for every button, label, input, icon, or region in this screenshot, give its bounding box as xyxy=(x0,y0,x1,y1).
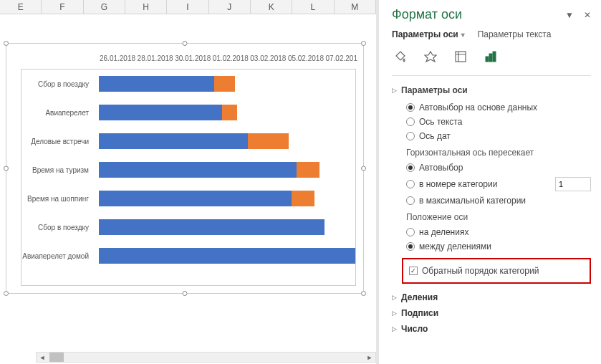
radio-axis-date[interactable]: Ось дат xyxy=(406,129,591,143)
horizontal-scrollbar[interactable]: ◄ ► xyxy=(36,352,376,363)
col-header[interactable]: G xyxy=(84,0,125,14)
chart-x-axis[interactable]: 26.01.2018 28.01.2018 30.01.2018 01.02.2… xyxy=(100,54,363,62)
pane-options-icon[interactable]: ▼ xyxy=(565,10,574,20)
category-label: Время на туризм xyxy=(21,166,93,174)
category-label: Время на шоппинг xyxy=(21,195,93,203)
chart-object[interactable]: 26.01.2018 28.01.2018 30.01.2018 01.02.2… xyxy=(6,43,364,294)
x-tick-label: 03.02.2018 xyxy=(250,54,288,62)
chart-bar-row: Авиаперелет домой xyxy=(21,241,355,270)
x-tick-label: 26.01.2018 xyxy=(100,54,138,62)
tab-axis-options[interactable]: Параметры оси▼ xyxy=(392,29,466,39)
category-label: Деловые встречи xyxy=(21,138,93,145)
chart-bar-row: Время на шоппинг xyxy=(21,184,355,213)
svg-rect-2 xyxy=(486,57,489,62)
resize-handle[interactable] xyxy=(183,291,188,296)
chart-bar-row: Время на туризм xyxy=(21,155,355,184)
scroll-thumb[interactable] xyxy=(49,353,64,362)
category-label: Авиаперелет xyxy=(21,109,93,117)
tab-text-options[interactable]: Параметры текста xyxy=(478,29,552,39)
size-icon[interactable] xyxy=(452,48,469,65)
x-tick-label: 01.02.2018 xyxy=(213,54,251,62)
col-header[interactable]: I xyxy=(167,0,208,14)
fill-icon[interactable] xyxy=(392,48,409,65)
radio-pos-between[interactable]: между делениями xyxy=(406,239,591,254)
section-label: Параметры оси xyxy=(401,85,468,95)
col-header[interactable]: M xyxy=(335,0,376,14)
checkbox-reverse-order[interactable]: ✓ Обратный порядок категорий xyxy=(409,264,584,278)
section-ticks[interactable]: ▷Деления xyxy=(392,289,591,305)
radio-axis-auto[interactable]: Автовыбор на основе данных xyxy=(406,100,591,115)
section-labels[interactable]: ▷Подписи xyxy=(392,305,591,321)
category-number-input[interactable] xyxy=(555,177,591,191)
radio-crosses-max[interactable]: в максимальной категории xyxy=(406,193,591,208)
scroll-right-icon[interactable]: ► xyxy=(364,353,375,362)
svg-marker-0 xyxy=(425,52,436,62)
resize-handle[interactable] xyxy=(183,41,188,46)
position-label: Положение оси xyxy=(406,212,591,222)
chart-bar-row: Деловые встречи xyxy=(21,127,355,155)
col-header[interactable]: J xyxy=(209,0,251,14)
effects-icon[interactable] xyxy=(422,48,439,65)
svg-rect-4 xyxy=(493,52,496,62)
col-header[interactable]: F xyxy=(42,0,83,14)
close-icon[interactable]: ✕ xyxy=(584,10,591,20)
category-label: Сбор в поездку xyxy=(21,224,93,231)
col-header[interactable]: L xyxy=(292,0,334,14)
col-header[interactable]: K xyxy=(251,0,292,14)
checkmark-icon: ✓ xyxy=(409,267,418,275)
pane-title: Формат оси xyxy=(392,7,462,22)
highlight-annotation: ✓ Обратный порядок категорий xyxy=(402,258,591,284)
x-tick-label: 28.01.2018 xyxy=(138,54,176,62)
scroll-left-icon[interactable]: ◄ xyxy=(37,353,48,362)
chart-bar-row: Сбор в поездку xyxy=(21,213,355,241)
axis-options-icon[interactable] xyxy=(482,48,499,65)
x-tick-label: 30.01.2018 xyxy=(175,54,213,62)
x-tick-label: 07.02.201 xyxy=(325,54,363,62)
category-label: Сбор в поездку xyxy=(21,80,93,88)
resize-handle[interactable] xyxy=(4,41,9,46)
section-axis-options[interactable]: ▷ Параметры оси xyxy=(392,83,591,97)
resize-handle[interactable] xyxy=(361,291,366,296)
expand-icon: ▷ xyxy=(392,310,397,317)
resize-handle[interactable] xyxy=(361,166,366,171)
col-header[interactable]: H xyxy=(125,0,167,14)
svg-rect-1 xyxy=(456,52,466,62)
resize-handle[interactable] xyxy=(4,166,9,171)
column-headers-row: E F G H I J K L M xyxy=(0,0,376,14)
expand-icon: ▷ xyxy=(392,325,397,332)
radio-axis-text[interactable]: Ось текста xyxy=(406,115,591,129)
resize-handle[interactable] xyxy=(4,291,9,296)
expand-icon: ▷ xyxy=(392,87,397,94)
format-axis-pane: Формат оси ▼ ✕ Параметры оси▼ Параметры … xyxy=(379,0,601,364)
worksheet-area: E F G H I J K L M 26.01.2018 28.01.2018 … xyxy=(0,0,376,364)
chart-bar-row: Авиаперелет xyxy=(21,98,355,127)
resize-handle[interactable] xyxy=(361,41,366,46)
chart-plot-area[interactable]: Сбор в поездку Авиаперелет Деловые встре… xyxy=(21,69,356,286)
x-tick-label: 05.02.2018 xyxy=(288,54,326,62)
radio-pos-on-ticks[interactable]: на делениях xyxy=(406,225,591,239)
crosses-label: Горизонтальная ось пересекает xyxy=(406,148,591,158)
section-number[interactable]: ▷Число xyxy=(392,321,591,337)
pane-toolbar xyxy=(392,48,591,70)
col-header[interactable]: E xyxy=(0,0,42,14)
svg-rect-3 xyxy=(489,54,492,62)
category-label: Авиаперелет домой xyxy=(21,252,93,260)
chart-bar-row: Сбор в поездку xyxy=(21,70,355,98)
radio-crosses-auto[interactable]: Автовыбор xyxy=(406,161,591,175)
expand-icon: ▷ xyxy=(392,294,397,301)
radio-crosses-category[interactable]: в номере категории xyxy=(406,175,591,193)
pane-tabs: Параметры оси▼ Параметры текста xyxy=(392,29,591,39)
